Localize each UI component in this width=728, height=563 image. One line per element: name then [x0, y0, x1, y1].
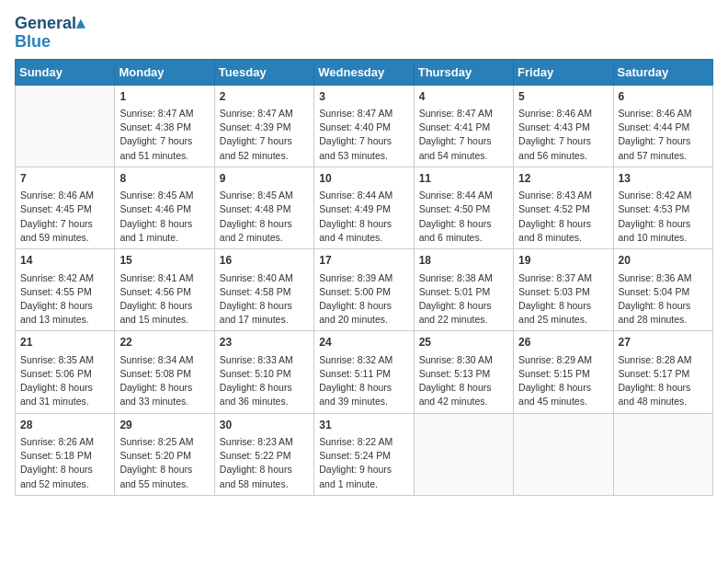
day-cell: 16Sunrise: 8:40 AMSunset: 4:58 PMDayligh…: [214, 249, 313, 331]
day-number: 20: [619, 253, 708, 269]
day-cell: 27Sunrise: 8:28 AMSunset: 5:17 PMDayligh…: [613, 331, 712, 413]
day-info: Sunrise: 8:32 AMSunset: 5:11 PMDaylight:…: [319, 353, 408, 409]
day-number: 6: [619, 89, 708, 105]
day-number: 16: [220, 253, 309, 269]
day-cell: 1Sunrise: 8:47 AMSunset: 4:38 PMDaylight…: [115, 85, 214, 167]
day-number: 17: [319, 253, 408, 269]
day-cell: [514, 413, 613, 495]
day-cell: 12Sunrise: 8:43 AMSunset: 4:52 PMDayligh…: [514, 167, 613, 248]
weekday-header-monday: Monday: [115, 59, 214, 85]
weekday-header-sunday: Sunday: [16, 59, 115, 85]
day-cell: 29Sunrise: 8:25 AMSunset: 5:20 PMDayligh…: [115, 413, 214, 495]
day-number: 27: [619, 335, 708, 350]
day-info: Sunrise: 8:25 AMSunset: 5:20 PMDaylight:…: [119, 435, 209, 491]
day-cell: [16, 85, 115, 167]
day-cell: 8Sunrise: 8:45 AMSunset: 4:46 PMDaylight…: [115, 167, 214, 248]
weekday-header-tuesday: Tuesday: [214, 59, 313, 85]
day-number: 22: [119, 335, 209, 350]
day-info: Sunrise: 8:26 AMSunset: 5:18 PMDaylight:…: [20, 435, 109, 491]
day-cell: 7Sunrise: 8:46 AMSunset: 4:45 PMDaylight…: [16, 167, 115, 248]
day-info: Sunrise: 8:46 AMSunset: 4:45 PMDaylight:…: [20, 189, 109, 245]
weekday-header-friday: Friday: [514, 59, 613, 85]
day-number: 19: [518, 253, 608, 269]
page-header: General▴ Blue: [15, 15, 713, 52]
day-info: Sunrise: 8:42 AMSunset: 4:53 PMDaylight:…: [619, 189, 708, 245]
day-number: 15: [119, 253, 209, 269]
day-number: 30: [220, 418, 309, 433]
day-number: 2: [220, 89, 309, 105]
day-number: 26: [518, 335, 608, 350]
day-info: Sunrise: 8:47 AMSunset: 4:38 PMDaylight:…: [119, 107, 209, 163]
day-info: Sunrise: 8:46 AMSunset: 4:43 PMDaylight:…: [518, 107, 608, 163]
week-row-1: 1Sunrise: 8:47 AMSunset: 4:38 PMDaylight…: [16, 85, 713, 167]
day-cell: 30Sunrise: 8:23 AMSunset: 5:22 PMDayligh…: [214, 413, 313, 495]
day-info: Sunrise: 8:33 AMSunset: 5:10 PMDaylight:…: [220, 353, 309, 409]
day-info: Sunrise: 8:22 AMSunset: 5:24 PMDaylight:…: [319, 435, 408, 491]
day-cell: 9Sunrise: 8:45 AMSunset: 4:48 PMDaylight…: [214, 167, 313, 248]
day-cell: 19Sunrise: 8:37 AMSunset: 5:03 PMDayligh…: [514, 249, 613, 331]
week-row-3: 14Sunrise: 8:42 AMSunset: 4:55 PMDayligh…: [16, 249, 713, 331]
day-number: 31: [319, 418, 408, 433]
day-number: 9: [220, 171, 309, 187]
day-cell: 15Sunrise: 8:41 AMSunset: 4:56 PMDayligh…: [115, 249, 214, 331]
day-info: Sunrise: 8:44 AMSunset: 4:50 PMDaylight:…: [419, 189, 508, 245]
day-info: Sunrise: 8:37 AMSunset: 5:03 PMDaylight:…: [518, 271, 608, 327]
day-info: Sunrise: 8:35 AMSunset: 5:06 PMDaylight:…: [20, 353, 109, 409]
day-info: Sunrise: 8:45 AMSunset: 4:46 PMDaylight:…: [119, 189, 209, 245]
day-number: 24: [319, 335, 408, 350]
day-info: Sunrise: 8:23 AMSunset: 5:22 PMDaylight:…: [220, 435, 309, 491]
day-info: Sunrise: 8:28 AMSunset: 5:17 PMDaylight:…: [619, 353, 708, 409]
day-info: Sunrise: 8:39 AMSunset: 5:00 PMDaylight:…: [319, 271, 408, 327]
day-info: Sunrise: 8:36 AMSunset: 5:04 PMDaylight:…: [619, 271, 708, 327]
logo-text-line1: General▴: [15, 15, 85, 33]
day-cell: 3Sunrise: 8:47 AMSunset: 4:40 PMDaylight…: [314, 85, 414, 167]
day-cell: 25Sunrise: 8:30 AMSunset: 5:13 PMDayligh…: [414, 331, 513, 413]
day-number: 8: [119, 171, 209, 187]
day-cell: 21Sunrise: 8:35 AMSunset: 5:06 PMDayligh…: [16, 331, 115, 413]
day-info: Sunrise: 8:42 AMSunset: 4:55 PMDaylight:…: [20, 271, 109, 327]
day-number: 11: [419, 171, 508, 187]
day-cell: [414, 413, 513, 495]
week-row-4: 21Sunrise: 8:35 AMSunset: 5:06 PMDayligh…: [16, 331, 713, 413]
day-number: 4: [419, 89, 508, 105]
weekday-header-row: SundayMondayTuesdayWednesdayThursdayFrid…: [16, 59, 713, 85]
day-info: Sunrise: 8:40 AMSunset: 4:58 PMDaylight:…: [220, 271, 309, 327]
day-cell: 20Sunrise: 8:36 AMSunset: 5:04 PMDayligh…: [613, 249, 712, 331]
day-number: 10: [319, 171, 408, 187]
day-info: Sunrise: 8:47 AMSunset: 4:40 PMDaylight:…: [319, 107, 408, 163]
day-info: Sunrise: 8:41 AMSunset: 4:56 PMDaylight:…: [119, 271, 209, 327]
day-cell: 5Sunrise: 8:46 AMSunset: 4:43 PMDaylight…: [514, 85, 613, 167]
day-info: Sunrise: 8:46 AMSunset: 4:44 PMDaylight:…: [619, 107, 708, 163]
day-number: 3: [319, 89, 408, 105]
day-cell: 17Sunrise: 8:39 AMSunset: 5:00 PMDayligh…: [314, 249, 414, 331]
day-cell: 11Sunrise: 8:44 AMSunset: 4:50 PMDayligh…: [414, 167, 513, 248]
day-cell: 23Sunrise: 8:33 AMSunset: 5:10 PMDayligh…: [214, 331, 313, 413]
day-cell: 14Sunrise: 8:42 AMSunset: 4:55 PMDayligh…: [16, 249, 115, 331]
day-info: Sunrise: 8:34 AMSunset: 5:08 PMDaylight:…: [119, 353, 209, 409]
day-cell: 6Sunrise: 8:46 AMSunset: 4:44 PMDaylight…: [613, 85, 712, 167]
weekday-header-wednesday: Wednesday: [314, 59, 414, 85]
day-info: Sunrise: 8:47 AMSunset: 4:39 PMDaylight:…: [220, 107, 309, 163]
day-number: 14: [20, 253, 109, 269]
day-cell: [613, 413, 712, 495]
day-number: 21: [20, 335, 109, 350]
day-cell: 26Sunrise: 8:29 AMSunset: 5:15 PMDayligh…: [514, 331, 613, 413]
day-number: 5: [518, 89, 608, 105]
day-info: Sunrise: 8:47 AMSunset: 4:41 PMDaylight:…: [419, 107, 508, 163]
day-cell: 2Sunrise: 8:47 AMSunset: 4:39 PMDaylight…: [214, 85, 313, 167]
day-number: 28: [20, 418, 109, 433]
logo: General▴ Blue: [15, 15, 85, 52]
day-number: 12: [518, 171, 608, 187]
weekday-header-saturday: Saturday: [613, 59, 712, 85]
day-info: Sunrise: 8:30 AMSunset: 5:13 PMDaylight:…: [419, 353, 508, 409]
day-number: 1: [119, 89, 209, 105]
day-cell: 31Sunrise: 8:22 AMSunset: 5:24 PMDayligh…: [314, 413, 414, 495]
day-number: 13: [619, 171, 708, 187]
day-cell: 22Sunrise: 8:34 AMSunset: 5:08 PMDayligh…: [115, 331, 214, 413]
day-info: Sunrise: 8:43 AMSunset: 4:52 PMDaylight:…: [518, 189, 608, 245]
day-info: Sunrise: 8:44 AMSunset: 4:49 PMDaylight:…: [319, 189, 408, 245]
day-number: 23: [220, 335, 309, 350]
day-cell: 13Sunrise: 8:42 AMSunset: 4:53 PMDayligh…: [613, 167, 712, 248]
day-cell: 10Sunrise: 8:44 AMSunset: 4:49 PMDayligh…: [314, 167, 414, 248]
day-cell: 24Sunrise: 8:32 AMSunset: 5:11 PMDayligh…: [314, 331, 414, 413]
